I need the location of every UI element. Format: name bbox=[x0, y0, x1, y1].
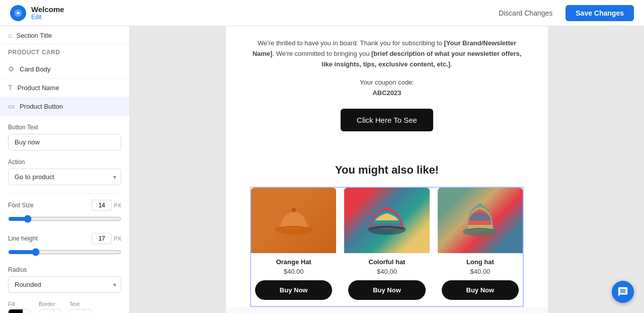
topbar-actions: Discard Changes Save Changes bbox=[491, 5, 634, 21]
topbar-left: Welcome Edit bbox=[10, 5, 64, 21]
section-title-item[interactable]: ⌂ Section Title bbox=[0, 26, 129, 45]
font-size-slider[interactable] bbox=[8, 215, 121, 223]
you-might-title: You might also like! bbox=[250, 164, 524, 177]
coupon-code: ABC2023 bbox=[250, 88, 524, 99]
long-hat-buy-button[interactable]: Buy Now bbox=[442, 280, 519, 300]
fill-color-swatch[interactable] bbox=[9, 309, 23, 313]
border-swatch-row: ▾ bbox=[39, 309, 61, 313]
divider-1 bbox=[8, 193, 121, 194]
email-intro: We're thrilled to have you in board. Tha… bbox=[226, 26, 548, 153]
radius-select[interactable]: Rounded Square Pill bbox=[8, 276, 121, 293]
coupon-label: Your coupon code: bbox=[250, 77, 524, 88]
app-logo bbox=[10, 5, 26, 21]
text-color-swatch[interactable] bbox=[70, 309, 84, 313]
sidebar-item-product-name-label: Product Name bbox=[18, 84, 59, 92]
colorful-hat-name: Colorful hat bbox=[348, 258, 425, 266]
line-height-slider[interactable] bbox=[8, 248, 121, 256]
long-hat-image bbox=[438, 188, 523, 253]
intro-paragraph: We're thrilled to have you in board. Tha… bbox=[250, 38, 524, 69]
font-size-value[interactable] bbox=[92, 200, 112, 211]
orange-hat-name: Orange Hat bbox=[255, 258, 332, 266]
font-size-value-box: PX bbox=[92, 200, 121, 211]
social-bar: f 𝕏 bbox=[226, 307, 548, 313]
sidebar-item-product-button[interactable]: ▭ Product Button bbox=[0, 97, 129, 116]
text-color-dropdown[interactable]: ▾ bbox=[84, 309, 92, 313]
product-card-label: Product Card bbox=[0, 45, 129, 60]
save-button[interactable]: Save Changes bbox=[566, 5, 634, 21]
text-icon: T bbox=[8, 84, 13, 92]
products-grid: Orange Hat $40.00 Buy Now bbox=[251, 188, 523, 306]
discard-button[interactable]: Discard Changes bbox=[491, 5, 560, 21]
radius-field: Radius Rounded Square Pill ▾ bbox=[8, 266, 121, 293]
button-text-input[interactable] bbox=[8, 134, 121, 150]
you-might-section: You might also like! bbox=[226, 153, 548, 307]
panel-body: Button Text Action Go to product Go to U… bbox=[0, 116, 129, 313]
colorful-hat-price: $40.00 bbox=[344, 268, 429, 275]
svg-point-6 bbox=[478, 203, 482, 207]
action-label: Action bbox=[8, 159, 121, 166]
section-title-label: Section Title bbox=[16, 32, 52, 39]
font-size-unit: PX bbox=[114, 202, 121, 208]
radius-label: Radius bbox=[8, 266, 121, 273]
gear-icon: ⚙ bbox=[8, 65, 15, 73]
line-height-value[interactable] bbox=[92, 233, 112, 244]
text-swatch-row: ▾ bbox=[69, 309, 92, 313]
text-color-label: Text bbox=[69, 301, 92, 307]
border-label: Border bbox=[39, 301, 61, 307]
layout: ⌂ Section Title Product Card ⚙ Card Body… bbox=[0, 0, 644, 313]
line-height-unit: PX bbox=[114, 236, 121, 242]
button-icon: ▭ bbox=[8, 102, 15, 110]
topbar: Welcome Edit Discard Changes Save Change… bbox=[0, 0, 644, 26]
sidebar-item-product-name[interactable]: T Product Name bbox=[0, 79, 129, 97]
colorful-hat-image bbox=[344, 188, 429, 253]
radius-select-wrapper: Rounded Square Pill ▾ bbox=[8, 276, 121, 293]
text-color-group: Text ▾ bbox=[69, 301, 92, 313]
border-color-dropdown[interactable]: ▾ bbox=[53, 309, 61, 313]
fill-swatch-row: ▾ bbox=[8, 309, 31, 313]
products-section-wrapper: Orange Hat $40.00 Buy Now bbox=[250, 187, 524, 307]
product-button-panel: Button Text Action Go to product Go to U… bbox=[0, 116, 129, 313]
sidebar: ⌂ Section Title Product Card ⚙ Card Body… bbox=[0, 26, 130, 313]
sidebar-item-product-button-label: Product Button bbox=[20, 103, 63, 110]
colorful-hat-buy-button[interactable]: Buy Now bbox=[348, 280, 425, 300]
sidebar-item-card-body[interactable]: ⚙ Card Body bbox=[0, 60, 129, 79]
action-select-wrapper: Go to product Go to URL No action ▾ bbox=[8, 169, 121, 185]
action-select[interactable]: Go to product Go to URL No action bbox=[8, 169, 121, 185]
email-container: We're thrilled to have you in board. Tha… bbox=[226, 26, 548, 313]
orange-hat-buy-button[interactable]: Buy Now bbox=[255, 280, 332, 300]
home-icon: ⌂ bbox=[8, 31, 12, 39]
svg-point-2 bbox=[291, 208, 296, 212]
font-size-label: Font Size bbox=[8, 202, 34, 209]
edit-link[interactable]: Edit bbox=[31, 14, 64, 21]
action-field: Action Go to product Go to URL No action… bbox=[8, 159, 121, 185]
fill-color-dropdown[interactable]: ▾ bbox=[23, 309, 30, 313]
line-height-label: Line height bbox=[8, 235, 38, 242]
font-size-row: Font Size PX bbox=[8, 200, 121, 211]
font-size-field: Font Size PX bbox=[8, 200, 121, 225]
orange-hat-price: $40.00 bbox=[251, 268, 336, 275]
button-text-label: Button Text bbox=[8, 124, 121, 131]
border-color-group: Border ▾ bbox=[39, 301, 61, 313]
border-color-swatch[interactable] bbox=[39, 309, 53, 313]
fill-color-group: Fill ▾ bbox=[8, 301, 31, 313]
fill-label: Fill bbox=[8, 301, 31, 307]
color-row: Fill ▾ Border ▾ Text bbox=[8, 301, 121, 313]
svg-point-4 bbox=[385, 207, 388, 210]
product-card-orange-hat: Orange Hat $40.00 Buy Now bbox=[251, 188, 336, 306]
line-height-value-box: PX bbox=[92, 233, 121, 244]
long-hat-price: $40.00 bbox=[438, 268, 523, 275]
long-hat-name: Long hat bbox=[442, 258, 519, 266]
click-here-button[interactable]: Click Here To See bbox=[341, 109, 433, 131]
orange-hat-image bbox=[251, 188, 336, 253]
topbar-title-block: Welcome Edit bbox=[31, 5, 64, 21]
sidebar-item-card-body-label: Card Body bbox=[20, 65, 50, 73]
product-card-long-hat: Long hat $40.00 Buy Now bbox=[438, 188, 523, 306]
line-height-row: Line height PX bbox=[8, 233, 121, 244]
main-content: We're thrilled to have you in board. Tha… bbox=[130, 26, 644, 313]
chat-bubble[interactable] bbox=[612, 281, 634, 303]
button-text-field: Button Text bbox=[8, 124, 121, 150]
product-card-colorful-hat: Colorful hat $40.00 Buy Now bbox=[344, 188, 429, 306]
line-height-field: Line height PX bbox=[8, 233, 121, 258]
app-title: Welcome bbox=[31, 5, 64, 14]
